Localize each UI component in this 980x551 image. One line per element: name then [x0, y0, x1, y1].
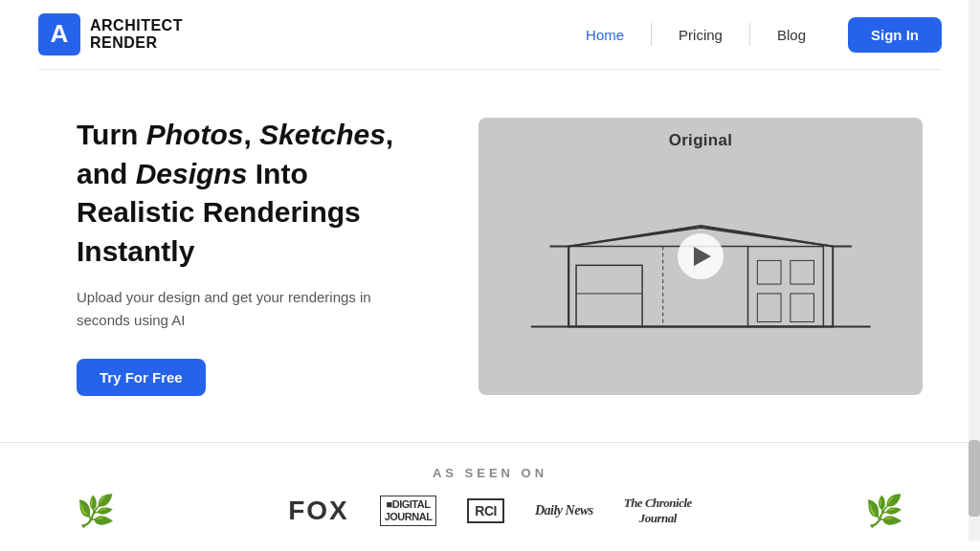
daily-news-logo: Daily News [535, 503, 593, 518]
hero-media: Original [479, 118, 923, 395]
hero-title: Turn Photos, Sketches, and Designs Into … [77, 116, 421, 271]
logo-line2: RENDER [90, 34, 183, 52]
signin-button[interactable]: Sign In [848, 17, 942, 53]
try-for-free-button[interactable]: Try For Free [77, 359, 206, 396]
logo-icon: A [38, 13, 80, 55]
hero-section: Turn Photos, Sketches, and Designs Into … [0, 70, 980, 442]
digital-journal-logo: ■DIGITALJOURNAL [380, 496, 437, 526]
chronicle-journal-logo: The ChronicleJournal [624, 496, 692, 526]
svg-rect-8 [791, 260, 814, 284]
nav-home[interactable]: Home [559, 19, 651, 51]
hero-text: Turn Photos, Sketches, and Designs Into … [77, 116, 421, 396]
leaf-right-icon: 🌿 [865, 493, 903, 529]
page-wrapper: A ARCHITECT RENDER Home Pricing Blog Sig… [0, 0, 980, 541]
logo-line1: ARCHITECT [90, 17, 183, 34]
svg-rect-4 [576, 265, 642, 326]
svg-text:A: A [51, 19, 69, 48]
play-icon [694, 247, 711, 266]
fox-logo: FOX [288, 496, 349, 526]
scrollbar-thumb[interactable] [969, 440, 980, 517]
svg-rect-10 [791, 294, 814, 322]
main-nav: Home Pricing Blog Sign In [559, 17, 942, 53]
svg-rect-6 [747, 247, 823, 327]
scrollbar-track [969, 0, 980, 541]
play-button[interactable] [678, 233, 724, 279]
leaf-left-icon: 🌿 [77, 493, 115, 529]
logos-row: 🌿 FOX ■DIGITALJOURNAL RCI Daily News The… [38, 496, 942, 526]
nav-pricing[interactable]: Pricing [652, 19, 749, 51]
hero-subtitle: Upload your design and get your renderin… [77, 286, 421, 332]
svg-rect-9 [757, 294, 781, 322]
media-label: Original [669, 131, 733, 150]
svg-rect-7 [757, 260, 781, 284]
header: A ARCHITECT RENDER Home Pricing Blog Sig… [0, 0, 980, 69]
logo-text: ARCHITECT RENDER [90, 17, 183, 51]
nav-blog[interactable]: Blog [750, 19, 833, 51]
rci-logo: RCI [467, 498, 504, 523]
logo[interactable]: A ARCHITECT RENDER [38, 13, 183, 55]
as-seen-on-title: AS SEEN ON [38, 466, 942, 480]
as-seen-on-section: AS SEEN ON 🌿 FOX ■DIGITALJOURNAL RCI Dai… [0, 442, 980, 541]
